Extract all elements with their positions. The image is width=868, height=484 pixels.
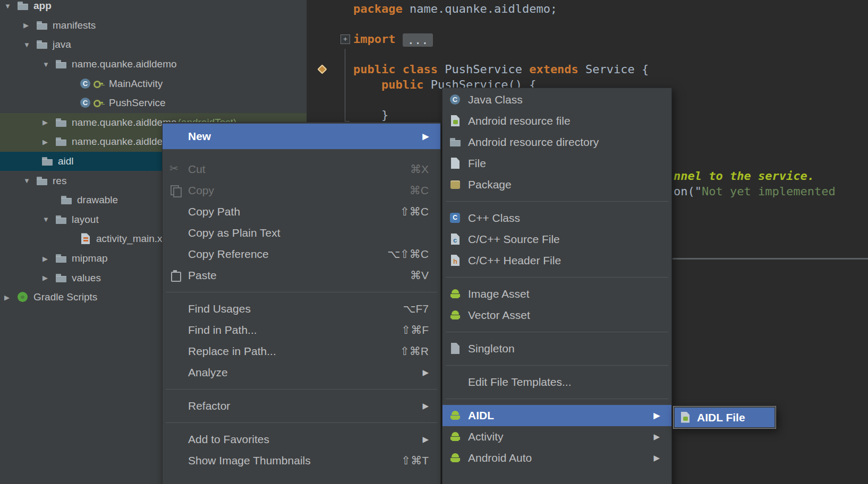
menu-item-file[interactable]: File [442,153,671,174]
menu-item-new[interactable]: New▶ [163,124,440,149]
menu-item-copy-reference[interactable]: Copy Reference⌥⇧⌘C [163,244,440,265]
code-token: public class [353,63,445,76]
class-icon [79,77,92,90]
folder-icon [55,58,67,71]
menu-item-label: Add to Favorites [188,433,269,446]
menu-item-label: AIDL File [697,411,745,424]
menu-item-add-to-favorites[interactable]: Add to Favorites▶ [163,429,440,450]
menu-item-vector-asset[interactable]: Vector Asset [442,305,671,326]
chevron-right-icon[interactable]: ▶ [41,274,55,282]
menu-item-shortcut: ⌥F7 [403,302,429,315]
menu-item-label: Android Auto [468,452,532,464]
menu-item-label: Paste [188,269,217,282]
new-submenu: Java ClassAndroid resource fileAndroid r… [442,88,672,484]
aidl-file-icon [679,411,692,424]
chevron-down-icon[interactable]: ▼ [41,60,55,68]
class-gutter-icon [317,64,328,75]
menu-item-label: AIDL [468,409,494,422]
menu-icon-slot [169,184,188,197]
chevron-right-icon[interactable]: ▶ [41,138,55,146]
menu-icon-slot [449,93,468,106]
menu-item-android-resource-directory[interactable]: Android resource directory [442,132,671,153]
menu-item-aidl-file[interactable]: AIDL File [675,408,775,427]
folder-icon [55,135,67,148]
menu-item-label: New [188,130,211,143]
menu-item-copy-as-plain-text[interactable]: Copy as Plain Text [163,222,440,244]
paste-icon [169,269,182,282]
menu-item-android-auto[interactable]: Android Auto▶ [442,447,671,469]
tree-item-label: name.quanke.aidldemo [72,136,177,148]
menu-item-label: Replace in Path... [188,345,276,358]
submenu-arrow-icon: ▶ [653,411,660,420]
menu-item-image-asset[interactable]: Image Asset [442,283,671,305]
menu-separator [442,271,671,283]
chevron-down-icon[interactable]: ▼ [22,177,36,185]
menu-item-cut[interactable]: Cut⌘X [163,159,440,180]
menu-item-find-in-path[interactable]: Find in Path...⇧⌘F [163,319,440,341]
code-token: name.quanke.aidldemo; [410,2,557,15]
menu-item-replace-in-path[interactable]: Replace in Path...⇧⌘R [163,341,440,362]
tree-item-name-quanke-aidldemo[interactable]: ▼name.quanke.aidldemo [0,55,307,74]
tree-item-pushservice[interactable]: PushService [0,93,307,113]
menu-item-package[interactable]: Package [442,174,671,195]
chevron-down-icon[interactable]: ▼ [3,2,16,10]
menu-item-label: Package [468,178,512,191]
tree-item-label: drawable [77,194,118,206]
menu-icon-slot [449,233,468,246]
code-token: } [353,108,388,122]
menu-item-label: Find in Path... [188,324,257,336]
menu-icon-slot [449,342,468,355]
tree-item-label: activity_main.xml [96,233,173,245]
fold-expand-icon[interactable]: + [341,34,350,44]
tree-item-manifests[interactable]: ▶manifests [0,16,307,36]
chevron-right-icon[interactable]: ▶ [3,293,16,301]
tree-item-mainactivity[interactable]: MainActivity [0,74,307,93]
tree-item-java[interactable]: ▼java [0,35,307,55]
tree-item-app[interactable]: ▼app [0,0,307,16]
chevron-down-icon[interactable]: ▼ [41,215,55,223]
menu-icon-slot [449,409,468,422]
menu-item-label: Cut [188,163,206,176]
menu-item-activity[interactable]: Activity▶ [442,426,671,447]
menu-item-c-c-source-file[interactable]: C/C++ Source File [442,229,671,250]
tree-item-label: name.quanke.aidldemo [72,117,177,128]
menu-item-aidl[interactable]: AIDL▶ [442,405,671,426]
menu-item-shortcut: ⇧⌘R [400,345,429,358]
code-token: public [381,78,431,91]
menu-icon-slot [169,269,188,282]
menu-item-label: C++ Class [468,212,520,224]
xml-file-icon [79,232,92,245]
menu-item-show-image-thumbnails[interactable]: Show Image Thumbnails⇧⌘T [163,450,440,471]
menu-icon-slot [449,430,468,443]
menu-item-singleton[interactable]: Singleton [442,338,671,359]
droid-icon [449,452,462,464]
menu-item-copy[interactable]: Copy⌘C [163,180,440,201]
context-menu: New▶Cut⌘XCopy⌘CCopy Path⇧⌘CCopy as Plain… [162,122,441,484]
method-separator-line [673,258,868,260]
menu-item-shortcut: ⌘V [410,269,429,282]
menu-item-paste[interactable]: Paste⌘V [163,265,440,286]
menu-item-java-class[interactable]: Java Class [442,89,671,110]
menu-icon-slot [449,157,468,170]
code-token: PushService [445,63,529,76]
chevron-right-icon[interactable]: ▶ [41,255,55,263]
menu-item-label: File [468,157,486,170]
menu-item-android-resource-file[interactable]: Android resource file [442,110,671,132]
menu-item-c-c-header-file[interactable]: C/C++ Header File [442,250,671,271]
menu-item-find-usages[interactable]: Find Usages⌥F7 [163,298,440,319]
tree-item-label: manifests [53,20,96,31]
page-h-icon [449,254,462,267]
menu-item-analyze[interactable]: Analyze▶ [163,362,440,383]
menu-item-copy-path[interactable]: Copy Path⇧⌘C [163,201,440,222]
gradle-icon [16,291,29,304]
code-token [353,78,381,91]
menu-item-c-class[interactable]: C++ Class [442,208,671,229]
page-droid-icon [449,115,462,127]
chevron-right-icon[interactable]: ▶ [22,21,36,29]
menu-item-edit-file-templates[interactable]: Edit File Templates... [442,371,671,393]
chevron-down-icon[interactable]: ▼ [22,41,36,49]
folder-icon [55,213,67,226]
menu-icon-slot [449,452,468,464]
menu-item-refactor[interactable]: Refactor▶ [163,395,440,417]
chevron-right-icon[interactable]: ▶ [41,118,55,126]
